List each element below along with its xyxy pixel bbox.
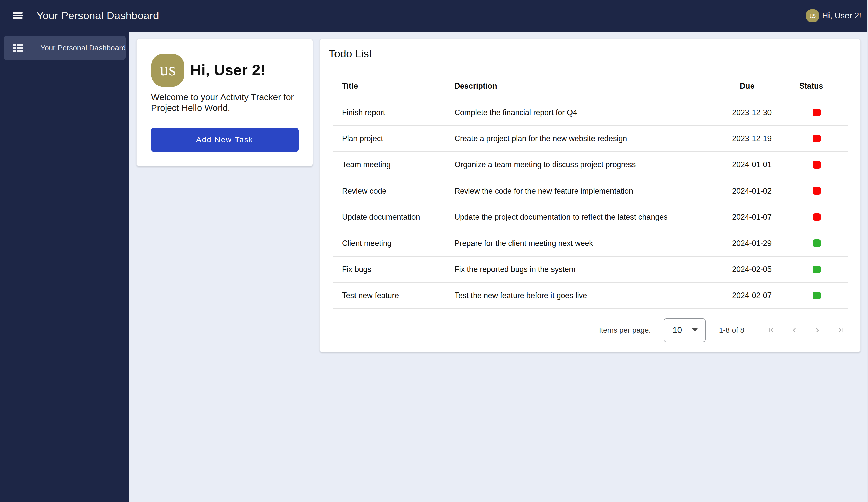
todo-list-card: Todo List TitleDescriptionDueStatus Fini… <box>319 39 861 353</box>
cell-due: 2024-01-29 <box>688 239 785 248</box>
page-size-value: 10 <box>672 325 682 335</box>
table-row: Review codeReview the code for the new f… <box>333 178 848 204</box>
cell-description: Fix the reported bugs in the system <box>448 265 688 274</box>
cell-status <box>785 213 848 221</box>
cell-title: Review code <box>333 187 448 195</box>
column-header-status: Status <box>780 82 843 90</box>
status-red-indicator <box>813 213 821 221</box>
cell-title: Fix bugs <box>333 265 448 274</box>
cell-description: Review the code for the new feature impl… <box>448 187 688 195</box>
sidebar-item-dashboard[interactable]: Your Personal Dashboard <box>4 36 126 60</box>
column-header-due: Due <box>688 82 785 90</box>
main-content: us Hi, User 2! Welcome to your Activity … <box>129 32 868 502</box>
first-page-icon <box>768 327 775 334</box>
next-page-button[interactable] <box>811 324 824 337</box>
cell-due: 2024-01-07 <box>688 212 785 221</box>
scrollbar-track[interactable] <box>867 0 868 502</box>
next-page-icon <box>814 327 821 334</box>
cell-status <box>785 161 848 168</box>
page-size-select[interactable]: 10 <box>664 318 706 342</box>
cell-due: 2024-01-01 <box>688 160 785 169</box>
cell-description: Prepare for the client meeting next week <box>448 239 688 248</box>
previous-page-button[interactable] <box>788 324 801 337</box>
welcome-avatar: us <box>151 54 184 87</box>
sidebar: Your Personal Dashboard <box>0 32 129 502</box>
sidebar-item-label: Your Personal Dashboard <box>41 43 126 52</box>
cell-status <box>785 292 848 299</box>
status-green-indicator <box>813 266 821 273</box>
dropdown-caret-icon <box>692 328 698 332</box>
column-header-description: Description <box>448 82 688 90</box>
topbar-user: us Hi, User 2! <box>806 0 864 32</box>
table-header-row: TitleDescriptionDueStatus <box>333 73 848 100</box>
table-row: Team meetingOrganize a team meeting to d… <box>333 152 848 178</box>
cell-status <box>785 239 848 247</box>
status-red-indicator <box>813 108 821 116</box>
previous-page-icon <box>791 327 798 334</box>
welcome-card: us Hi, User 2! Welcome to your Activity … <box>136 39 313 167</box>
table-row: Plan projectCreate a project plan for th… <box>333 126 848 152</box>
welcome-greeting: Hi, User 2! <box>190 62 266 79</box>
todo-list-title: Todo List <box>320 39 860 60</box>
cell-title: Client meeting <box>333 239 448 248</box>
cell-due: 2023-12-30 <box>688 108 785 117</box>
page-range-label: 1-8 of 8 <box>719 326 744 335</box>
status-green-indicator <box>813 292 821 299</box>
cell-due: 2024-02-07 <box>688 291 785 300</box>
user-avatar: us <box>806 9 819 22</box>
cell-description: Test the new feature before it goes live <box>448 291 688 300</box>
welcome-header: us Hi, User 2! <box>151 54 299 87</box>
status-red-indicator <box>813 187 821 195</box>
cell-description: Organize a team meeting to discuss proje… <box>448 160 688 169</box>
column-header-title: Title <box>333 82 448 90</box>
cell-due: 2024-02-05 <box>688 265 785 274</box>
first-page-button[interactable] <box>765 324 778 337</box>
paginator: Items per page: 10 1-8 of 8 <box>333 314 847 346</box>
add-new-task-button[interactable]: Add New Task <box>151 128 299 152</box>
cell-description: Complete the financial report for Q4 <box>448 108 688 117</box>
cell-title: Plan project <box>333 134 448 143</box>
app-title: Your Personal Dashboard <box>37 0 159 32</box>
last-page-button[interactable] <box>834 324 847 337</box>
table-row: Fix bugsFix the reported bugs in the sys… <box>333 257 848 283</box>
cell-status <box>785 108 848 116</box>
table-row: Test new featureTest the new feature bef… <box>333 283 848 309</box>
table-body: Finish reportComplete the financial repo… <box>333 100 848 309</box>
cell-title: Update documentation <box>333 212 448 221</box>
cell-due: 2024-01-02 <box>688 187 785 195</box>
table-row: Client meetingPrepare for the client mee… <box>333 230 848 256</box>
list-icon <box>13 44 23 52</box>
cell-status <box>785 266 848 273</box>
welcome-message: Welcome to your Activity Tracker for Pro… <box>151 92 299 113</box>
todo-table: TitleDescriptionDueStatus Finish reportC… <box>333 73 848 309</box>
last-page-icon <box>837 327 844 334</box>
cell-description: Create a project plan for the new websit… <box>448 134 688 143</box>
cell-title: Team meeting <box>333 160 448 169</box>
hamburger-icon <box>13 12 22 19</box>
items-per-page-label: Items per page: <box>599 326 651 335</box>
status-green-indicator <box>813 239 821 247</box>
cell-title: Finish report <box>333 108 448 117</box>
user-greeting: Hi, User 2! <box>822 11 861 21</box>
cell-due: 2023-12-19 <box>688 134 785 143</box>
app-root: Your Personal Dashboard us Hi, User 2! Y… <box>0 0 868 502</box>
cell-status <box>785 187 848 195</box>
menu-button[interactable] <box>8 6 28 25</box>
status-red-indicator <box>813 161 821 168</box>
table-row: Finish reportComplete the financial repo… <box>333 100 848 125</box>
cell-title: Test new feature <box>333 291 448 300</box>
status-red-indicator <box>813 135 821 143</box>
topbar: Your Personal Dashboard us Hi, User 2! <box>0 0 868 32</box>
cell-description: Update the project documentation to refl… <box>448 212 688 221</box>
cell-status <box>785 135 848 143</box>
table-row: Update documentationUpdate the project d… <box>333 204 848 230</box>
